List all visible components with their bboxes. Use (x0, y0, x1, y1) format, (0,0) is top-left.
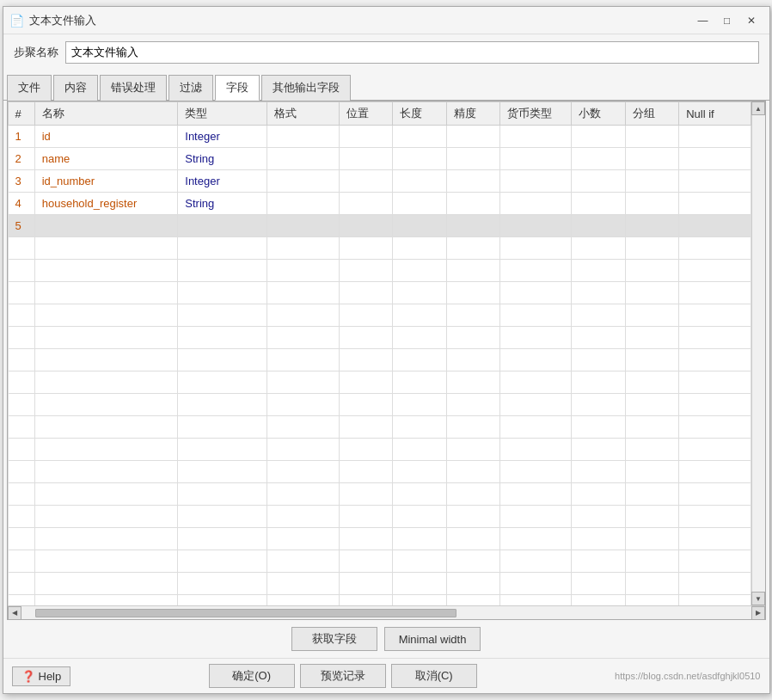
cell-nullif (679, 148, 751, 170)
vertical-scrollbar[interactable]: ▲ ▼ (751, 101, 765, 605)
table-row-empty (8, 349, 751, 371)
cell-pos (339, 215, 392, 237)
cell-format (267, 148, 339, 170)
cell-decimal (572, 215, 625, 237)
confirm-button[interactable]: 确定(O) (209, 664, 295, 688)
col-header-type: 类型 (178, 102, 267, 126)
cell-group (625, 215, 678, 237)
cell-nullif (679, 126, 751, 148)
cell-len (393, 126, 446, 148)
cell-group (625, 193, 678, 215)
minimize-button[interactable]: — (692, 12, 714, 29)
cell-type: Integer (178, 170, 267, 193)
scroll-up-arrow[interactable]: ▲ (751, 101, 765, 115)
table-row[interactable]: 5 (8, 215, 751, 237)
table-container[interactable]: # 名称 类型 格式 位置 长度 精度 货币类型 小数 分组 Null if (8, 101, 751, 605)
cell-number: 5 (8, 215, 34, 237)
cell-format (267, 193, 339, 215)
scroll-left-arrow[interactable]: ◀ (8, 606, 21, 620)
cell-pos (339, 193, 392, 215)
step-name-input[interactable] (65, 41, 759, 64)
cell-decimal (572, 170, 625, 193)
footer-confirm-buttons: 确定(O) 预览记录 取消(C) (209, 664, 477, 688)
table-row-empty (8, 282, 751, 304)
cell-len (393, 193, 446, 215)
cell-decimal (572, 193, 625, 215)
table-with-scroll: # 名称 类型 格式 位置 长度 精度 货币类型 小数 分组 Null if (8, 101, 765, 605)
cell-currency (499, 126, 571, 148)
help-button[interactable]: ❓ Help (12, 666, 71, 686)
tab-fields[interactable]: 字段 (215, 75, 260, 101)
bottom-buttons: 获取字段 Minimal width (3, 620, 769, 658)
cell-nullif (679, 215, 751, 237)
cell-decimal (572, 148, 625, 170)
maximize-button[interactable]: □ (716, 12, 738, 29)
tab-other-output[interactable]: 其他输出字段 (261, 75, 351, 101)
table-row[interactable]: 2nameString (8, 148, 751, 170)
get-fields-button[interactable]: 获取字段 (291, 627, 377, 651)
cell-currency (499, 170, 571, 193)
cell-len (393, 148, 446, 170)
cell-prec (446, 193, 499, 215)
cell-pos (339, 126, 392, 148)
col-header-group: 分组 (625, 102, 678, 126)
cancel-button[interactable]: 取消(C) (391, 664, 477, 688)
cell-name: name (34, 148, 178, 170)
table-row-empty (8, 416, 751, 439)
horizontal-scrollbar-row: ◀ ▶ (8, 605, 765, 619)
cell-currency (499, 148, 571, 170)
step-name-row: 步聚名称 (3, 34, 769, 71)
col-header-len: 长度 (393, 102, 446, 126)
scroll-down-arrow[interactable]: ▼ (751, 592, 765, 605)
table-row-empty (8, 327, 751, 349)
cell-type: Integer (178, 126, 267, 148)
cell-name: id_number (34, 170, 178, 193)
cell-number: 3 (8, 170, 34, 193)
cell-currency (499, 193, 571, 215)
table-row-empty (8, 260, 751, 282)
cell-group (625, 170, 678, 193)
scroll-right-arrow[interactable]: ▶ (751, 606, 765, 620)
col-header-pos: 位置 (339, 102, 392, 126)
cell-name (34, 215, 178, 237)
main-window: 📄 文本文件输入 — □ ✕ 步聚名称 文件 内容 错误处理 过滤 字段 其他输… (3, 6, 770, 694)
table-row[interactable]: 3id_numberInteger (8, 170, 751, 193)
help-label: Help (39, 670, 62, 683)
h-scrollbar-thumb (35, 609, 456, 617)
col-header-prec: 精度 (446, 102, 499, 126)
cell-number: 2 (8, 148, 34, 170)
cell-number: 1 (8, 126, 34, 148)
cell-name: id (34, 126, 178, 148)
h-scrollbar-track[interactable] (35, 608, 738, 618)
tab-error-handling[interactable]: 错误处理 (100, 75, 167, 101)
table-row-empty (8, 483, 751, 506)
cell-type: String (178, 148, 267, 170)
table-row-empty (8, 237, 751, 260)
cell-pos (339, 170, 392, 193)
table-header-row: # 名称 类型 格式 位置 长度 精度 货币类型 小数 分组 Null if (8, 102, 751, 126)
cell-nullif (679, 193, 751, 215)
cell-number: 4 (8, 193, 34, 215)
cell-prec (446, 148, 499, 170)
table-row-empty (8, 304, 751, 327)
cell-format (267, 126, 339, 148)
table-row[interactable]: 1idInteger (8, 126, 751, 148)
col-header-format: 格式 (267, 102, 339, 126)
footer-row: ❓ Help 确定(O) 预览记录 取消(C) https://blog.csd… (3, 658, 769, 693)
cell-type (178, 215, 267, 237)
tab-filter[interactable]: 过滤 (168, 75, 213, 101)
tab-file[interactable]: 文件 (7, 75, 52, 101)
title-controls: — □ ✕ (692, 12, 763, 29)
minimal-width-button[interactable]: Minimal width (384, 627, 481, 651)
tab-content[interactable]: 内容 (53, 75, 98, 101)
title-bar-left: 📄 文本文件输入 (10, 13, 96, 28)
cell-type: String (178, 193, 267, 215)
col-header-name: 名称 (34, 102, 178, 126)
table-row-empty (8, 506, 751, 528)
close-button[interactable]: ✕ (740, 12, 763, 29)
cell-prec (446, 215, 499, 237)
table-row-empty (8, 550, 751, 573)
cell-name: household_register (34, 193, 178, 215)
table-row[interactable]: 4household_registerString (8, 193, 751, 215)
preview-button[interactable]: 预览记录 (300, 664, 386, 688)
